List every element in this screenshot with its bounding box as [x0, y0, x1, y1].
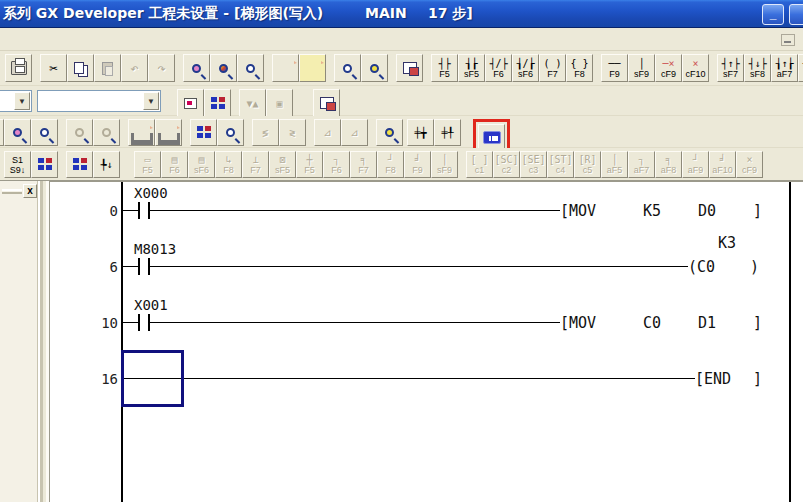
project-tree-item[interactable]: [0, 222, 38, 241]
param-button[interactable]: ▼▲: [239, 89, 266, 117]
menu-item[interactable]: [90, 36, 108, 42]
fkey-button[interactable]: × cF10: [682, 54, 709, 82]
fkey-button[interactable]: ┤↑├ sF7: [717, 54, 744, 82]
sfc-ckey-button[interactable]: [R] c5: [574, 151, 601, 178]
minimize-button[interactable]: _: [762, 4, 784, 25]
window-prev-button[interactable]: ⊿: [314, 119, 341, 146]
fkey-button[interactable]: ┧/┟ sF6: [512, 54, 539, 82]
ladder-block-down-button[interactable]: ╪╀: [434, 119, 461, 146]
ladder-canvas[interactable]: 0 X000 [MOV K5 D0 ] 6 M8013 K3 (C0 ) 10 …: [50, 181, 803, 502]
menu-item[interactable]: [54, 36, 72, 42]
redo-button[interactable]: ↷: [148, 54, 175, 82]
sfc-fkey-button[interactable]: ╕ F7: [350, 151, 377, 178]
device-test-button[interactable]: [4, 119, 31, 146]
insert-write-button[interactable]: [299, 54, 326, 82]
program-select[interactable]: ▼: [0, 90, 32, 112]
fkey-button[interactable]: ┤/├ F6: [485, 54, 512, 82]
sfc-ckey-button[interactable]: ┐ aF7: [628, 151, 655, 178]
menu-item[interactable]: [36, 36, 54, 42]
sfc-step-button[interactable]: S1 S9↓: [4, 151, 31, 178]
data-tree-button[interactable]: [204, 89, 231, 117]
fkey-button[interactable]: ┤├ F5: [431, 54, 458, 82]
sfc-fkey-button[interactable]: ▭ F5: [134, 151, 161, 178]
contact-find-button[interactable]: [376, 119, 403, 146]
menu-item[interactable]: [18, 36, 36, 42]
menu-item[interactable]: [126, 36, 144, 42]
project-tree-item[interactable]: [0, 241, 38, 260]
sfc-down-button[interactable]: ╄↓: [93, 151, 120, 178]
monitor-clock-button[interactable]: [217, 119, 244, 146]
fkey-button[interactable]: ┤↓├ sF8: [744, 54, 771, 82]
fkey-button[interactable]: ─× cF9: [655, 54, 682, 82]
device-find-button[interactable]: [237, 54, 264, 82]
fkey-button[interactable]: │ sF9: [628, 54, 655, 82]
monitor-stop-button[interactable]: [93, 119, 120, 146]
sfc-fkey-button[interactable]: ▤ F6: [161, 151, 188, 178]
panel-splitter[interactable]: [39, 181, 50, 502]
comment-grid-button[interactable]: [190, 119, 217, 146]
dropdown-arrow-icon[interactable]: ▼: [143, 92, 159, 110]
find-button[interactable]: [183, 54, 210, 82]
sfc-fkey-button[interactable]: ⊥ F7: [242, 151, 269, 178]
fkey-button[interactable]: ── F9: [601, 54, 628, 82]
sfc-fkey-button[interactable]: ⊠ sF5: [269, 151, 296, 178]
device-test-edit-button[interactable]: [31, 119, 58, 146]
menu-item[interactable]: [72, 36, 90, 42]
ladder-write-button[interactable]: [128, 119, 155, 146]
sfc-fkey-button[interactable]: ▤ sF6: [188, 151, 215, 178]
sfc-ckey-button[interactable]: ╕ aF8: [655, 151, 682, 178]
monitor-start-button[interactable]: [66, 119, 93, 146]
mdi-minimize-button[interactable]: [781, 34, 795, 46]
project-tree-item[interactable]: [0, 260, 38, 279]
list-view-button[interactable]: [313, 89, 340, 117]
ladder-block-up-button[interactable]: ╪╈: [407, 119, 434, 146]
ladder-logic-test-button[interactable]: [478, 124, 505, 151]
sfc-fkey-button[interactable]: │ sF9: [431, 151, 458, 178]
fkey-button[interactable]: ( ) F7: [539, 54, 566, 82]
fkey-button[interactable]: ┧↓┟ aF8: [798, 54, 803, 82]
copy-button[interactable]: [67, 54, 94, 82]
circuit-monitor-button[interactable]: [334, 54, 361, 82]
project-data-button[interactable]: [177, 89, 204, 117]
sfc-block-button[interactable]: [31, 151, 58, 178]
panel-close-button[interactable]: x: [23, 184, 37, 198]
device-select[interactable]: ▼: [37, 90, 161, 112]
window-next-button[interactable]: ⊿: [341, 119, 368, 146]
sfc-ckey-button[interactable]: [ST] c4: [547, 151, 574, 178]
dropdown-arrow-icon[interactable]: ▼: [14, 92, 30, 110]
sfc-ckey-button[interactable]: [SC] c2: [493, 151, 520, 178]
find-replace-button[interactable]: [210, 54, 237, 82]
sfc-ckey-button[interactable]: ┘ aF9: [682, 151, 709, 178]
sfc-fkey-button[interactable]: ↳ F8: [215, 151, 242, 178]
ladder-read-button[interactable]: [155, 119, 182, 146]
sfc-fkey-button[interactable]: ┘ F8: [377, 151, 404, 178]
panel-grab-handle[interactable]: [2, 189, 22, 194]
fkey-button[interactable]: { } F8: [566, 54, 593, 82]
menu-item[interactable]: [0, 36, 18, 42]
cut-button[interactable]: ✂: [40, 54, 67, 82]
print-button[interactable]: [5, 54, 32, 82]
project-tree-item[interactable]: [0, 203, 38, 222]
device-monitor-button[interactable]: [361, 54, 388, 82]
sfc-ckey-button[interactable]: [SE] c3: [520, 151, 547, 178]
write-mode-button[interactable]: [272, 54, 299, 82]
panel-titlebar[interactable]: x: [0, 183, 38, 201]
paste-button[interactable]: [94, 54, 121, 82]
sfc-ckey-button[interactable]: │ aF5: [601, 151, 628, 178]
sfc-ckey-button[interactable]: [ ] c1: [466, 151, 493, 178]
sfc-ckey-button[interactable]: ╛ aF10: [709, 151, 736, 178]
sfc-ckey-button[interactable]: × cF9: [736, 151, 763, 178]
undo-button[interactable]: ↶: [121, 54, 148, 82]
step-run-button[interactable]: ≶: [252, 119, 279, 146]
verify-button[interactable]: ▣: [266, 89, 293, 117]
fkey-button[interactable]: ┧↑┟ aF7: [771, 54, 798, 82]
maximize-button[interactable]: [789, 4, 803, 25]
sfc-grid-button[interactable]: [66, 151, 93, 178]
sfc-fkey-button[interactable]: ┐ F6: [323, 151, 350, 178]
edit-cursor[interactable]: [121, 350, 184, 407]
menu-item[interactable]: [108, 36, 126, 42]
sfc-fkey-button[interactable]: ┼ F5: [296, 151, 323, 178]
window-switch-button[interactable]: [396, 54, 423, 82]
menu-item[interactable]: [144, 36, 162, 42]
fkey-button[interactable]: ┧┟ sF5: [458, 54, 485, 82]
